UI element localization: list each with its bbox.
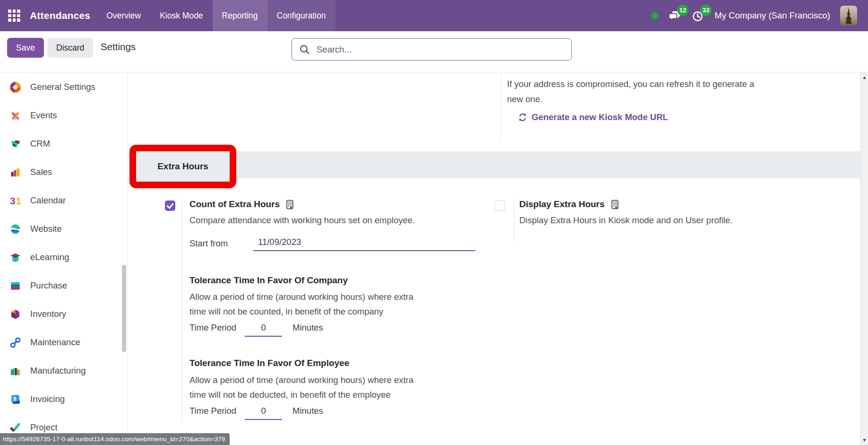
display-extra-hours-label: Display Extra Hours (519, 199, 620, 209)
setting-pane-divider (514, 199, 515, 241)
extra-hours-section-band (133, 151, 860, 178)
purchase-icon (9, 280, 21, 292)
tolerance-employee-desc: time will not be deducted, in benefit of… (189, 390, 391, 400)
sidebar-item-label: Sales (30, 167, 52, 177)
save-button[interactable]: Save (7, 38, 44, 58)
sidebar-item-manufacturing[interactable]: Manufacturing (0, 357, 127, 385)
presence-indicator-icon (651, 12, 658, 19)
main-scrollbar[interactable]: ▲ ▼ (860, 72, 868, 445)
menu-overview[interactable]: Overview (97, 0, 150, 31)
search-icon (299, 44, 310, 55)
activities-icon[interactable]: 33 (691, 9, 705, 22)
sales-icon (9, 166, 21, 178)
manufacturing-icon (9, 365, 21, 377)
display-extra-hours-checkbox[interactable] (495, 201, 505, 211)
svg-text:3: 3 (10, 195, 16, 206)
elearning-icon (9, 252, 21, 263)
tolerance-employee-desc: Allow a period of time (around working h… (189, 375, 413, 385)
tolerance-company-field-row: Time Period 0 Minutes (189, 323, 323, 337)
main-menu: Overview Kiosk Mode Reporting Configurat… (97, 0, 335, 31)
refresh-icon (518, 113, 527, 122)
start-from-row: Start from (189, 238, 228, 249)
systray: 12 33 My Company (San Francisco) (651, 6, 868, 26)
search-input[interactable] (317, 44, 565, 55)
sidebar-item-label: Website (30, 224, 62, 234)
tolerance-company-title: Tolerance Time In Favor Of Company (189, 275, 348, 286)
tolerance-employee-input[interactable]: 0 (245, 406, 282, 420)
sidebar-item-label: Calendar (30, 195, 66, 206)
sidebar-item-label: General Settings (30, 82, 95, 92)
tolerance-employee-title: Tolerance Time In Favor Of Employee (189, 358, 349, 368)
discard-button[interactable]: Discard (47, 38, 93, 58)
section-title: Extra Hours (157, 161, 208, 172)
time-period-label: Time Period (189, 323, 236, 333)
setting-pane-divider (500, 73, 501, 142)
messages-icon[interactable]: 12 (668, 9, 681, 22)
website-icon (9, 223, 21, 235)
sidebar-item-purchase[interactable]: Purchase (0, 271, 127, 300)
tolerance-company-input[interactable]: 0 (245, 323, 282, 337)
top-navbar: Attendances Overview Kiosk Mode Reportin… (0, 0, 868, 31)
link-preview-status-bar: https://54926735-17-0-all.runbot114.odoo… (0, 433, 230, 445)
sidebar-item-maintenance[interactable]: Maintenance (0, 328, 127, 357)
maintenance-icon (9, 337, 21, 349)
general-settings-icon (9, 81, 21, 93)
messages-badge: 12 (677, 5, 688, 16)
check-icon (165, 201, 175, 211)
sidebar-item-events[interactable]: Events (0, 101, 127, 130)
sidebar-item-website[interactable]: Website (0, 215, 127, 243)
count-extra-hours-label: Count of Extra Hours (189, 199, 295, 209)
sidebar-scrollbar-thumb[interactable] (122, 265, 126, 352)
settings-sidebar: General Settings Events CRM (0, 73, 128, 445)
sidebar-item-label: Project (30, 422, 58, 433)
time-period-label: Time Period (189, 406, 236, 416)
inventory-icon (9, 308, 21, 320)
crm-icon (9, 138, 21, 150)
page-title: Settings (101, 41, 136, 52)
svg-text:$: $ (13, 396, 17, 401)
sidebar-item-elearning[interactable]: eLearning (0, 243, 127, 271)
tolerance-company-desc: time will not be counted, in benefit of … (189, 306, 383, 317)
app-name[interactable]: Attendances (30, 10, 90, 21)
enterprise-building-icon (285, 200, 295, 209)
svg-text:1: 1 (16, 195, 21, 206)
scroll-up-icon[interactable]: ▲ (861, 75, 868, 80)
project-icon (9, 422, 21, 434)
menu-kiosk-mode[interactable]: Kiosk Mode (150, 0, 212, 31)
sidebar-item-crm[interactable]: CRM (0, 130, 127, 158)
settings-content: If your address is compromised, you can … (128, 73, 860, 445)
sidebar-item-label: Maintenance (30, 337, 80, 348)
tolerance-company-desc: Allow a period of time (around working h… (189, 292, 413, 302)
display-extra-hours-description: Display Extra Hours in Kiosk mode and on… (519, 215, 732, 226)
sidebar-item-label: CRM (30, 139, 50, 149)
tolerance-employee-field-row: Time Period 0 Minutes (189, 406, 323, 420)
events-icon (9, 110, 21, 122)
sidebar-item-general-settings[interactable]: General Settings (0, 73, 127, 101)
setting-pane-divider (181, 199, 182, 422)
sidebar-item-sales[interactable]: Sales (0, 158, 127, 186)
sidebar-item-label: Manufacturing (30, 366, 86, 376)
user-avatar[interactable] (840, 6, 857, 26)
sidebar-item-inventory[interactable]: Inventory (0, 300, 127, 328)
count-extra-hours-checkbox[interactable] (165, 201, 175, 211)
minutes-label: Minutes (292, 323, 323, 333)
sidebar-item-invoicing[interactable]: $ Invoicing (0, 385, 127, 413)
control-panel: Save Discard Settings (0, 31, 868, 72)
menu-reporting[interactable]: Reporting (213, 0, 267, 31)
activities-badge: 33 (700, 5, 712, 16)
sidebar-item-label: Invoicing (30, 394, 65, 404)
attendances-settings-screen: Attendances Overview Kiosk Mode Reportin… (0, 0, 868, 445)
scroll-down-icon[interactable]: ▼ (861, 437, 868, 443)
count-extra-hours-description: Compare attendance with working hours se… (189, 215, 415, 226)
company-switcher[interactable]: My Company (San Francisco) (714, 10, 830, 21)
generate-kiosk-url-link[interactable]: Generate a new Kiosk Mode URL (518, 112, 668, 122)
annotation-highlight-box: Extra Hours (129, 145, 236, 188)
start-from-date-input[interactable]: 11/09/2023 (253, 237, 475, 251)
apps-menu-icon[interactable] (8, 9, 20, 22)
menu-configuration[interactable]: Configuration (267, 0, 335, 31)
search-box (292, 38, 572, 61)
sidebar-item-calendar[interactable]: 3 1 Calendar (0, 186, 127, 215)
start-from-label: Start from (189, 238, 228, 249)
enterprise-building-icon (610, 200, 620, 209)
sidebar-item-label: eLearning (30, 252, 69, 262)
